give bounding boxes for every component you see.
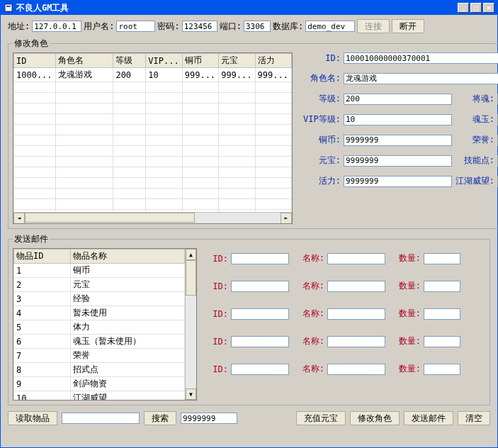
- table-row[interactable]: [14, 146, 292, 157]
- role-col-header[interactable]: 等级: [113, 54, 146, 68]
- detail-vigor-label: 活力:: [298, 175, 341, 187]
- table-row[interactable]: [14, 189, 292, 199]
- table-row[interactable]: [14, 157, 292, 167]
- scroll-down-icon[interactable]: ▼: [186, 388, 196, 400]
- user-label: 用户名:: [84, 21, 114, 33]
- table-row[interactable]: [14, 125, 292, 135]
- mail-name-input[interactable]: [327, 336, 385, 347]
- pass-input[interactable]: [182, 21, 217, 32]
- table-row[interactable]: 2元宝: [14, 278, 185, 292]
- role-detail-form: ID: 角色名: 等级: 将魂: VIP等级:: [298, 52, 498, 224]
- send-mail-button[interactable]: 发送邮件: [404, 411, 453, 425]
- role-table[interactable]: ID角色名等级VIP...铜币元宝活力 1000...龙魂游戏20010999.…: [13, 52, 293, 224]
- hscroll-thumb[interactable]: [25, 213, 195, 223]
- detail-honor-label: 荣誉:: [455, 134, 494, 146]
- item-table[interactable]: 物品ID物品名称 1铜币2元宝3经验4暂未使用5体力6魂玉（暂未使用）7荣誉8招…: [13, 248, 197, 401]
- table-row[interactable]: [14, 82, 292, 93]
- item-table-vscroll[interactable]: ▲ ▼: [185, 249, 196, 400]
- scroll-left-icon[interactable]: ◄: [13, 213, 25, 224]
- scroll-up-icon[interactable]: ▲: [186, 249, 196, 260]
- recharge-button[interactable]: 充值元宝: [296, 411, 346, 425]
- role-col-header[interactable]: 活力: [255, 54, 291, 68]
- modify-role-legend: 修改角色: [13, 38, 50, 50]
- table-row[interactable]: 7荣誉: [14, 349, 185, 363]
- mail-id-input[interactable]: [231, 281, 289, 292]
- table-row[interactable]: 1000...龙魂游戏20010999...999...999...: [14, 68, 292, 82]
- mail-row: ID:名称:数量:: [203, 252, 485, 264]
- detail-coin-input[interactable]: [344, 135, 452, 146]
- role-col-header[interactable]: 角色名: [55, 54, 113, 68]
- mail-qty-input[interactable]: [424, 336, 460, 347]
- detail-id-label: ID:: [298, 53, 341, 63]
- mail-row: ID:名称:数量:: [203, 363, 485, 375]
- mail-form: ID:名称:数量:ID:名称:数量:ID:名称:数量:ID:名称:数量:ID:名…: [203, 248, 485, 401]
- mail-id-input[interactable]: [231, 308, 289, 320]
- close-button[interactable]: ×: [483, 3, 494, 13]
- scroll-right-icon[interactable]: ►: [281, 213, 292, 224]
- mail-id-input[interactable]: [231, 253, 289, 264]
- mail-name-input[interactable]: [327, 364, 385, 375]
- amount-input[interactable]: [181, 413, 237, 424]
- mail-name-input[interactable]: [327, 281, 385, 292]
- mail-id-input[interactable]: [231, 336, 289, 347]
- mail-row: ID:名称:数量:: [203, 308, 485, 320]
- minimize-button[interactable]: _: [458, 3, 469, 13]
- mail-name-input[interactable]: [327, 253, 385, 264]
- mail-qty-input[interactable]: [424, 253, 460, 264]
- mail-name-input[interactable]: [327, 308, 385, 320]
- port-input[interactable]: [244, 21, 271, 32]
- detail-name-label: 角色名:: [298, 72, 341, 84]
- item-col-header[interactable]: 物品ID: [14, 250, 71, 264]
- table-row[interactable]: 3经验: [14, 292, 185, 306]
- mail-id-input[interactable]: [231, 364, 289, 375]
- role-col-header[interactable]: ID: [14, 54, 56, 68]
- table-row[interactable]: 4暂未使用: [14, 306, 185, 320]
- search-input[interactable]: [62, 413, 140, 424]
- detail-vip-input[interactable]: [344, 114, 452, 125]
- table-row[interactable]: [14, 103, 292, 114]
- mail-id-label: ID:: [203, 254, 228, 264]
- connect-button[interactable]: 连接: [357, 19, 390, 33]
- item-col-header[interactable]: 物品名称: [71, 250, 185, 264]
- detail-level-input[interactable]: [344, 94, 452, 105]
- user-input[interactable]: [116, 21, 155, 32]
- svg-rect-0: [5, 4, 12, 11]
- addr-input[interactable]: [32, 21, 81, 32]
- detail-vigor-input[interactable]: [344, 176, 452, 187]
- db-input[interactable]: [305, 21, 355, 32]
- role-col-header[interactable]: VIP...: [146, 54, 182, 68]
- table-row[interactable]: 8招式点: [14, 363, 185, 377]
- mail-qty-input[interactable]: [424, 281, 460, 292]
- table-row[interactable]: [14, 114, 292, 125]
- mail-id-label: ID:: [203, 309, 228, 319]
- table-row[interactable]: 1铜币: [14, 264, 185, 278]
- vscroll-thumb[interactable]: [186, 260, 196, 296]
- modify-role-button[interactable]: 修改角色: [350, 411, 400, 425]
- clear-button[interactable]: 清空: [458, 411, 490, 425]
- role-col-header[interactable]: 铜币: [182, 54, 218, 68]
- maximize-button[interactable]: □: [470, 3, 482, 13]
- mail-qty-label: 数量:: [388, 335, 421, 347]
- role-col-header[interactable]: 元宝: [219, 54, 255, 68]
- table-row[interactable]: [14, 135, 292, 146]
- table-row[interactable]: 6魂玉（暂未使用）: [14, 335, 185, 349]
- detail-gold-input[interactable]: [344, 155, 452, 167]
- table-row[interactable]: 5体力: [14, 320, 185, 335]
- detail-id-input[interactable]: [344, 52, 498, 64]
- detail-name-input[interactable]: [344, 73, 498, 84]
- search-button[interactable]: 搜索: [144, 411, 176, 425]
- table-row[interactable]: [14, 167, 292, 178]
- mail-name-label: 名称:: [292, 308, 324, 320]
- disconnect-button[interactable]: 断开: [392, 19, 424, 33]
- table-row[interactable]: 10江湖威望: [14, 391, 185, 401]
- role-table-hscroll[interactable]: ◄ ►: [13, 212, 292, 223]
- mail-qty-input[interactable]: [424, 308, 460, 320]
- table-row[interactable]: 9剑庐物资: [14, 377, 185, 391]
- mail-qty-label: 数量:: [388, 308, 421, 320]
- mail-name-label: 名称:: [292, 363, 324, 375]
- read-items-button[interactable]: 读取物品: [8, 411, 57, 425]
- table-row[interactable]: [14, 93, 292, 103]
- table-row[interactable]: [14, 178, 292, 189]
- table-row[interactable]: [14, 199, 292, 210]
- mail-qty-input[interactable]: [424, 364, 460, 375]
